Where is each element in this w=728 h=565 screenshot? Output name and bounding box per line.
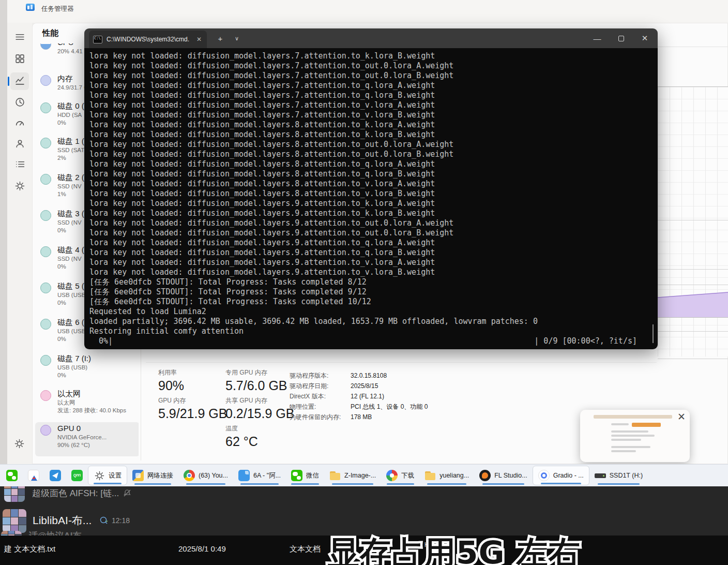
tab-dropdown-button[interactable]: ∨ [230,28,244,48]
terminal-line: lora key not loaded: diffusion_model.lay… [89,71,658,81]
perf-item-sub: 1% [57,190,84,198]
driver-value: 178 MB [351,412,372,422]
stat-label: 温度 [225,424,258,433]
telegram-icon [50,470,61,481]
rail-users[interactable] [10,136,29,153]
taskbar-item-iqiyi[interactable] [66,466,88,485]
open-window-indicator [541,483,581,484]
rail-menu[interactable] [10,29,29,47]
taskbar-item-下载[interactable]: 下载 [381,466,419,485]
stat-value: 62 °C [225,434,258,449]
taskbar-item-gradio-[interactable]: Gradio - ... [533,466,589,485]
driver-label: DirectX 版本: [290,391,351,402]
pinwheel-icon [386,470,398,481]
folder-icon [329,470,341,481]
gpu-stat: GPU 内存5.9/21.9 GB [158,396,227,421]
perf-item-gpu-11[interactable]: GPU 0NVIDIA GeForce...90% (62 °C) [35,422,139,456]
page-title: 性能 [42,28,58,39]
divider [658,47,728,47]
task-manager-settings-button[interactable] [14,439,24,451]
taskbar-item-z-image-[interactable]: Z-Image-... [324,466,381,485]
new-tab-button[interactable]: + [213,28,228,48]
disk-status-icon [40,102,51,113]
perf-item-sub: SSD (NV [57,255,84,263]
taskbar-item-wechat[interactable] [1,466,23,485]
file-name[interactable]: 建 文本文档.txt [4,544,55,554]
taskbar-item-fl-studio-[interactable]: FL Studio... [474,466,532,485]
open-window-indicator [186,483,225,485]
terminal-body[interactable]: lora key not loaded: diffusion_model.lay… [84,48,658,349]
terminal-tab[interactable]: C:\WINDOWS\system32\cmd. ✕ [89,31,207,48]
taskbar-item-label: yueliang... [439,472,469,479]
chat-row-title[interactable]: LiblibAI-布... [33,513,92,528]
rail-details[interactable] [10,156,29,174]
terminal-titlebar[interactable]: C:\WINDOWS\system32\cmd. ✕ + ∨ — ✕ [84,28,658,48]
driver-info-row: DirectX 版本:12 (FL 12.1) [290,391,428,402]
driver-value: 2025/8/15 [351,381,378,391]
taskbar-item-设置[interactable]: 设置 [88,466,127,485]
divider [141,349,141,460]
terminal-line: Requested to load Lumina2 [89,307,658,317]
perf-item-sub: SSD (SAT [57,146,84,154]
perf-item-sub: SSD (NV [57,183,84,190]
perf-item-sub: USB (USB) [57,364,91,371]
perf-item-title: 磁盘 6 ( [57,317,85,328]
users-icon [15,139,25,151]
terminal-scrollbar-thumb[interactable] [653,324,654,343]
gpu-stat: 温度62 °C [225,424,258,449]
rail-processes[interactable] [10,51,29,68]
perf-item-disk-9[interactable]: 磁盘 7 (I:)USB (USB)0% [35,352,139,386]
taskbar-item-网络连接[interactable]: 网络连接 [127,466,178,485]
terminal-line: lora key not loaded: diffusion_model.lay… [89,150,658,159]
chat-row-title[interactable]: 话@协议AI布 [29,530,82,536]
driver-info-row: 驱动程序版本:32.0.15.8108 [290,370,428,381]
gpu-stat: 利用率90% [158,368,184,393]
gpu-stat: 共享 GPU 内存0.2/15.9 GB [225,396,294,421]
maximize-button[interactable] [609,28,633,48]
disk-status-icon [40,319,51,330]
terminal-line: lora key not loaded: diffusion_model.lay… [89,91,658,100]
rail-performance[interactable] [10,72,29,90]
perf-item-sub: USB (USB [57,328,85,335]
iqiyi-icon [71,470,83,481]
wechat-icon [6,470,18,481]
chat-list: 超级面色 AIFSH: [链... LiblibAI-布... 12:18 话@… [0,486,728,536]
taskbar-item--63-you-[interactable]: (63) You... [178,466,233,485]
rail-startup-apps[interactable] [10,115,29,132]
file-date: 2025/8/1 0:49 [178,544,226,553]
taskbar-item-telegram[interactable] [44,466,66,485]
perf-item-title: 磁盘 7 (I:) [57,353,91,364]
flstudio-icon [479,470,491,481]
details-icon [15,159,25,171]
perf-item-sub: USB (USB [57,291,85,299]
taskbar-item-thunder[interactable] [23,466,44,485]
tab-close-icon[interactable]: ✕ [195,36,203,43]
terminal-line: lora key not loaded: diffusion_model.lay… [89,218,658,228]
rail-app-history[interactable] [10,94,29,112]
taskbar-item-微信[interactable]: 微信 [286,466,324,485]
taskbar-item-label: 6A - "阿... [253,471,281,480]
gpu-stat: 专用 GPU 内存5.7/6.0 GB [225,368,287,393]
file-type: 文本文档 [290,544,321,554]
task-manager-nav-rail [7,23,32,464]
preview-close-icon[interactable]: ✕ [677,411,686,423]
minimize-button[interactable]: — [585,28,609,48]
startup-apps-icon [15,118,25,130]
rail-services[interactable] [10,178,29,196]
open-window-indicator [482,483,524,485]
taskbar-item-6a-阿-[interactable]: 6A - "阿... [233,466,286,485]
taskbar-item-ssd1t-h-[interactable]: SSD1T (H:) [589,466,648,485]
open-window-indicator [332,483,373,485]
page-preview-popup[interactable]: ✕ [580,410,690,462]
close-button[interactable]: ✕ [633,28,657,48]
terminal-line: lora key not loaded: diffusion_model.lay… [89,159,658,169]
chat-row-title[interactable]: 超级面色 AIFSH: [链... [32,487,119,499]
perf-item-eth-10[interactable]: 以太网以太网发送: 288 接收: 40.0 Kbps [35,388,139,422]
driver-value: 12 (FL 12.1) [351,391,384,402]
taskbar-item-label: FL Studio... [494,472,527,479]
taskbar-item-label: SSD1T (H:) [610,472,643,479]
taskbar-item-yueliang-[interactable]: yueliang... [419,466,474,485]
terminal-window: C:\WINDOWS\system32\cmd. ✕ + ∨ — ✕ lora … [84,28,658,349]
perf-item-title: 磁盘 0 ( [57,101,84,111]
terminal-line: lora key not loaded: diffusion_model.lay… [89,189,658,199]
